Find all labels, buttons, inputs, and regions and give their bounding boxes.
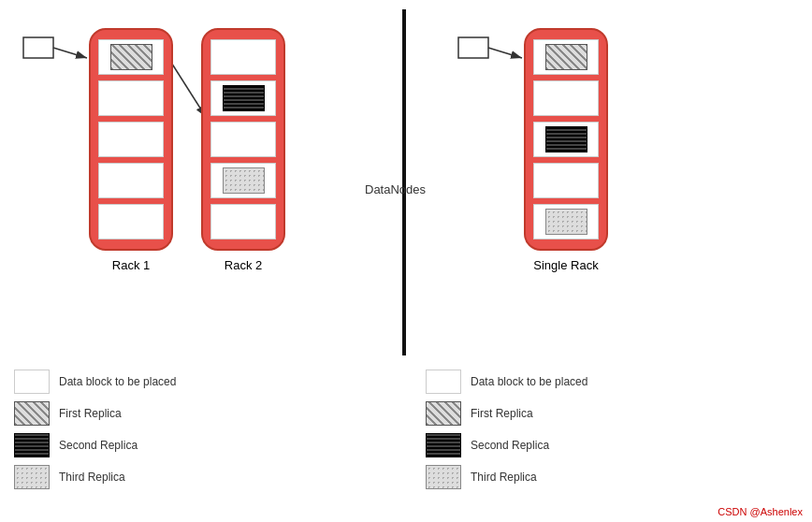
rack1-slot1 xyxy=(98,39,164,75)
single-rack-slot3 xyxy=(533,122,599,157)
rack1-slot3 xyxy=(98,122,164,157)
legend-second-replica-label: Second Replica xyxy=(59,439,138,452)
rack2-slot2 xyxy=(210,80,276,116)
rack2-slot5 xyxy=(210,204,276,239)
legend-right-second-replica-icon xyxy=(426,433,461,457)
legend-right: Data block to be placed First Replica Se… xyxy=(426,370,587,489)
rack2-slot3 xyxy=(210,122,276,157)
legend-item-first: First Replica xyxy=(14,401,176,426)
legend-first-replica-icon xyxy=(14,401,50,426)
legend-right-third-replica-icon xyxy=(426,465,461,489)
legend-right-item-second: Second Replica xyxy=(426,433,587,457)
svg-rect-3 xyxy=(23,37,53,58)
legend-third-replica-icon xyxy=(14,465,50,489)
single-rack xyxy=(524,28,608,251)
rack1-slot2 xyxy=(98,80,164,116)
legend-right-first-replica-label: First Replica xyxy=(471,407,533,420)
rack1-slot4 xyxy=(98,163,164,198)
legend-data-block-icon xyxy=(14,370,50,394)
rack2-slot4 xyxy=(210,163,276,198)
svg-line-4 xyxy=(53,48,87,58)
legend-left: Data block to be placed First Replica Se… xyxy=(14,370,176,489)
rack2-slot1 xyxy=(210,39,276,75)
svg-rect-9 xyxy=(458,37,488,58)
legend-item-third: Third Replica xyxy=(14,465,176,489)
svg-line-5 xyxy=(168,58,206,117)
legend-third-replica-label: Third Replica xyxy=(59,471,125,484)
legend-right-data-block-icon xyxy=(426,370,461,394)
second-replica-block xyxy=(223,85,265,111)
svg-line-10 xyxy=(488,48,522,58)
single-second-replica-block xyxy=(545,126,587,152)
third-replica-block xyxy=(223,167,265,194)
legend-right-third-replica-label: Third Replica xyxy=(471,471,537,484)
legend-item-data-block: Data block to be placed xyxy=(14,370,176,394)
rack-2 xyxy=(201,28,285,251)
legend-first-replica-label: First Replica xyxy=(59,407,122,420)
single-first-replica-block xyxy=(545,44,587,70)
datanodes-label: DataNodes xyxy=(365,182,426,196)
rack1-label: Rack 1 xyxy=(89,258,173,272)
legend-data-block-label: Data block to be placed xyxy=(59,375,176,388)
single-rack-slot1 xyxy=(533,39,599,75)
single-rack-slot4 xyxy=(533,163,599,198)
legend-right-item-data-block: Data block to be placed xyxy=(426,370,587,394)
legend-item-second: Second Replica xyxy=(14,433,176,457)
watermark: CSDN @Ashenlex xyxy=(718,506,803,517)
rack2-label: Rack 2 xyxy=(201,258,285,272)
single-rack-label: Single Rack xyxy=(524,258,608,272)
legend-right-second-replica-label: Second Replica xyxy=(471,439,549,452)
legend-right-data-block-label: Data block to be placed xyxy=(471,375,587,388)
legend-right-first-replica-icon xyxy=(426,401,461,426)
single-third-replica-block xyxy=(545,209,587,235)
single-rack-slot2 xyxy=(533,80,599,116)
rack-1 xyxy=(89,28,173,251)
first-replica-block xyxy=(110,44,152,70)
single-rack-slot5 xyxy=(533,204,599,239)
legend-right-item-third: Third Replica xyxy=(426,465,587,489)
rack1-slot5 xyxy=(98,204,164,239)
legend-second-replica-icon xyxy=(14,433,50,457)
legend-right-item-first: First Replica xyxy=(426,401,587,426)
